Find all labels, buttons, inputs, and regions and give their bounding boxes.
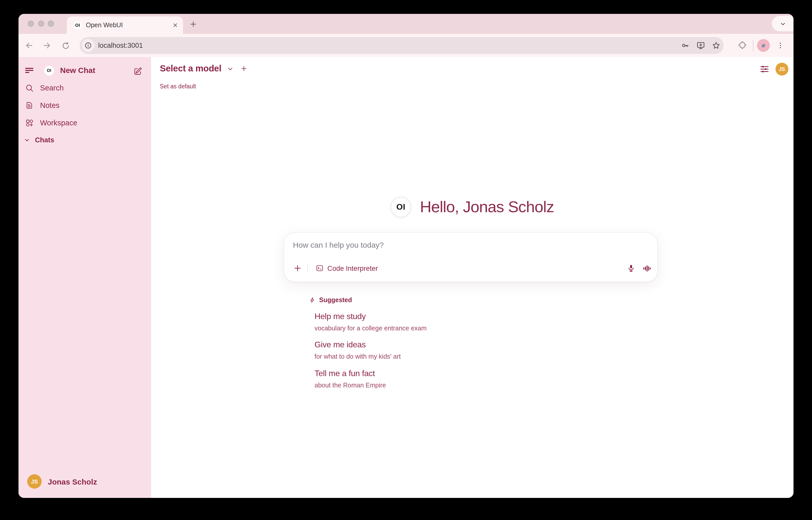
chevron-down-icon [19, 137, 35, 142]
add-model-icon[interactable] [240, 65, 247, 72]
chat-main: Select a model Set as default JS [151, 57, 793, 498]
tab-strip: OI Open WebUI [19, 14, 793, 34]
greeting-text: Hello, Jonas Scholz [420, 198, 554, 216]
toolbar-separator [753, 40, 753, 51]
controls-sliders-icon[interactable] [760, 64, 769, 74]
new-chat-label[interactable]: New Chat [60, 62, 95, 79]
terminal-icon [316, 264, 324, 272]
back-icon[interactable] [22, 38, 36, 52]
voice-waveform-icon[interactable] [643, 264, 651, 272]
suggested-header: Suggested [309, 295, 352, 305]
sidebar-item-notes[interactable]: Notes [19, 97, 151, 114]
extensions-puzzle-icon[interactable] [735, 38, 749, 52]
install-app-icon[interactable] [693, 38, 708, 53]
suggested-prompt[interactable]: Tell me a fun fact about the Roman Empir… [315, 368, 602, 390]
new-tab-button[interactable] [187, 18, 200, 31]
sidebar-item-search[interactable]: Search [19, 79, 151, 97]
url-bar[interactable]: localhost:3001 [80, 37, 724, 54]
close-window-button[interactable] [28, 21, 34, 27]
openwebui-favicon: OI [74, 21, 82, 29]
sidebar: OI New Chat Search Notes [19, 57, 151, 498]
openwebui-logo-large: OI [391, 197, 411, 217]
suggested-section: Suggested Help me study vocabulary for a… [309, 295, 352, 305]
model-chevron-icon[interactable] [227, 66, 233, 72]
code-interpreter-toggle[interactable]: Code Interpreter [312, 261, 381, 276]
openwebui-logo: OI [44, 66, 54, 75]
model-selector[interactable]: Select a model [160, 63, 221, 74]
zoom-window-button[interactable] [48, 21, 54, 27]
page-content: OI New Chat Search Notes [19, 57, 793, 498]
squares-plus-icon [19, 119, 40, 127]
password-key-icon[interactable] [677, 38, 693, 53]
tab-search-button[interactable] [772, 16, 793, 31]
minimize-window-button[interactable] [38, 21, 44, 27]
chat-input[interactable] [293, 240, 648, 249]
sidebar-section-chats[interactable]: Chats [19, 131, 151, 149]
suggested-prompt[interactable]: Give me ideas for what to do with my kid… [315, 339, 602, 361]
header-user-avatar[interactable]: JS [776, 63, 788, 76]
browser-profile-avatar[interactable] [757, 39, 770, 52]
browser-tab-open-webui[interactable]: OI Open WebUI [67, 17, 183, 34]
set-as-default-button[interactable]: Set as default [160, 83, 196, 89]
browser-menu-kebab-icon[interactable] [774, 38, 787, 52]
browser-toolbar: localhost:3001 [19, 34, 793, 57]
forward-icon[interactable] [40, 38, 54, 52]
site-info-icon[interactable] [82, 39, 95, 52]
bookmark-star-icon[interactable] [708, 38, 724, 53]
browser-window: OI Open WebUI [19, 14, 793, 498]
tab-close-icon[interactable] [173, 23, 178, 28]
lightning-bolt-icon [309, 297, 316, 303]
document-icon [19, 101, 40, 109]
attach-plus-icon[interactable] [290, 261, 305, 276]
sidebar-user-menu[interactable]: JS Jonas Scholz [19, 473, 151, 490]
elephant-icon [760, 42, 767, 49]
sidebar-toggle-icon[interactable] [25, 62, 40, 79]
user-name: Jonas Scholz [48, 477, 97, 486]
url-text: localhost:3001 [98, 42, 677, 49]
tab-title: Open WebUI [86, 22, 173, 29]
greeting: OI Hello, Jonas Scholz [151, 196, 793, 218]
sidebar-item-workspace[interactable]: Workspace [19, 114, 151, 132]
chat-composer: Code Interpreter [284, 232, 658, 282]
suggested-prompt[interactable]: Help me study vocabulary for a college e… [315, 311, 602, 333]
new-chat-pencil-icon[interactable] [132, 65, 143, 77]
reload-icon[interactable] [59, 38, 73, 52]
search-icon [19, 83, 40, 92]
microphone-icon[interactable] [627, 264, 635, 272]
composer-divider [307, 264, 308, 273]
user-avatar: JS [27, 474, 42, 489]
